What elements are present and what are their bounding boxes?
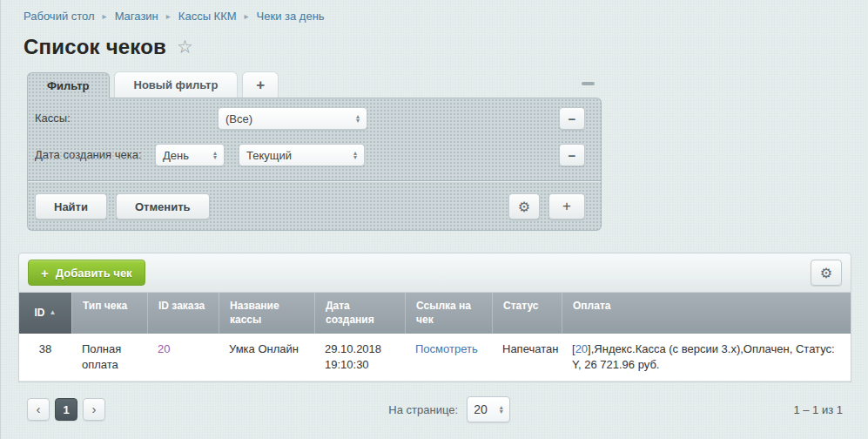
receipts-table: ID ▲ Тип чека ID заказа Название кассы Д… [18, 293, 851, 382]
sort-asc-icon: ▲ [50, 308, 57, 317]
column-header-payment[interactable]: Оплата [562, 293, 851, 334]
grid-footer: ‹ 1 › На странице: 20 ▴▾ 1 – 1 из 1 [18, 391, 851, 428]
cell-kassa-name: Умка Онлайн [219, 334, 314, 381]
date-period-select[interactable]: День ▴▾ [155, 144, 225, 166]
breadcrumb-link-desktop[interactable]: Рабочий стол [24, 10, 95, 23]
chevron-right-icon: ▸ [245, 12, 249, 21]
breadcrumb-link-shop[interactable]: Магазин [115, 10, 158, 23]
tab-filter[interactable]: Фильтр [27, 72, 110, 98]
find-button[interactable]: Найти [35, 193, 107, 220]
breadcrumb-link-kkm[interactable]: Кассы ККМ [178, 10, 237, 23]
receipts-grid: + Добавить чек ⚙ ID ▲ Тип чека ID заказа… [18, 253, 851, 382]
table-header: ID ▲ Тип чека ID заказа Название кассы Д… [19, 293, 851, 334]
filter-panel: Кассы: (Все) ▴▾ − Дата создания чека: Де… [27, 98, 602, 231]
next-page-button[interactable]: › [83, 398, 105, 421]
current-page-button[interactable]: 1 [55, 398, 77, 421]
column-header-type[interactable]: Тип чека [71, 293, 147, 334]
per-page-label: На странице: [388, 403, 458, 416]
column-header-kassa-name[interactable]: Название кассы [219, 293, 314, 334]
collapse-filter-icon[interactable] [582, 82, 595, 85]
gear-icon: ⚙ [820, 265, 832, 281]
title-row: Список чеков ☆ [24, 35, 868, 59]
gear-icon: ⚙ [518, 199, 530, 215]
column-header-created[interactable]: Дата создания [314, 293, 405, 334]
add-filter-field-button[interactable]: + [548, 193, 585, 220]
add-receipt-button[interactable]: + Добавить чек [28, 260, 145, 286]
breadcrumb-link-day-receipts[interactable]: Чеки за день [257, 10, 325, 23]
payment-order-link[interactable]: 20 [575, 342, 588, 355]
remove-kassa-filter-button[interactable]: − [559, 107, 585, 130]
grid-settings-button[interactable]: ⚙ [811, 260, 842, 286]
payment-details-text: ],Яндекс.Касса (с версии 3.х),Оплачен, С… [572, 342, 835, 371]
cell-receipt-link: Посмотреть [405, 334, 492, 381]
cancel-button[interactable]: Отменить [116, 193, 210, 220]
plus-icon: + [41, 266, 49, 280]
filter-tabs: Фильтр Новый фильтр + [27, 71, 602, 98]
tab-add-filter[interactable]: + [242, 71, 279, 98]
date-value-select[interactable]: Текущий ▴▾ [239, 144, 365, 166]
cell-payment: [20],Яндекс.Касса (с версии 3.х),Оплачен… [562, 334, 851, 381]
kassa-field-label: Кассы: [35, 107, 218, 126]
table-row[interactable]: 38 Полная оплата 20 Умка Онлайн 29.10.20… [19, 334, 851, 382]
tab-new-filter[interactable]: Новый фильтр [114, 71, 239, 98]
per-page-value: 20 [474, 402, 488, 416]
chevron-right-icon: ▸ [103, 12, 107, 21]
remove-date-filter-button[interactable]: − [559, 144, 585, 166]
filter-block: Фильтр Новый фильтр + Кассы: (Все) ▴▾ − … [27, 71, 602, 231]
column-header-order-id[interactable]: ID заказа [147, 293, 219, 334]
grid-toolbar: + Добавить чек ⚙ [18, 253, 851, 293]
date-period-value: День [163, 149, 189, 162]
chevron-right-icon: ▸ [166, 12, 171, 21]
order-link[interactable]: 20 [158, 342, 170, 355]
select-stepper-icon: ▴▾ [356, 114, 360, 123]
filter-settings-button[interactable]: ⚙ [508, 193, 540, 220]
breadcrumb: Рабочий стол ▸ Магазин ▸ Кассы ККМ ▸ Чек… [1, 0, 868, 23]
add-receipt-label: Добавить чек [56, 267, 132, 280]
view-receipt-link[interactable]: Посмотреть [415, 342, 478, 355]
favorite-star-icon[interactable]: ☆ [177, 37, 193, 57]
column-header-status[interactable]: Статус [492, 293, 562, 334]
filter-buttons-row: Найти Отменить ⚙ + [28, 182, 601, 220]
select-stepper-icon: ▴▾ [213, 151, 217, 159]
per-page-control: На странице: 20 ▴▾ [388, 396, 510, 422]
cell-type: Полная оплата [71, 334, 147, 381]
date-value: Текущий [246, 149, 292, 162]
kassa-select-value: (Все) [225, 112, 252, 125]
select-stepper-icon: ▴▾ [353, 151, 357, 159]
column-header-id[interactable]: ID ▲ [19, 293, 71, 334]
filter-row-date: Дата создания чека: День ▴▾ Текущий ▴▾ − [28, 144, 601, 166]
prev-page-button[interactable]: ‹ [27, 398, 50, 421]
kassa-select[interactable]: (Все) ▴▾ [218, 107, 367, 130]
result-range-label: 1 – 1 из 1 [793, 403, 843, 416]
cell-id: 38 [19, 334, 71, 381]
select-stepper-icon: ▴▾ [500, 405, 503, 414]
filter-row-kassa: Кассы: (Все) ▴▾ − [28, 107, 601, 130]
cell-created: 29.10.2018 19:10:30 [314, 334, 405, 381]
page-title: Список чеков [24, 35, 166, 59]
pagination: ‹ 1 › [27, 398, 105, 421]
cell-order-id: 20 [147, 334, 219, 381]
cell-status: Напечатан [492, 334, 562, 381]
column-header-receipt-link[interactable]: Ссылка на чек [405, 293, 492, 334]
per-page-select[interactable]: 20 ▴▾ [467, 396, 510, 422]
